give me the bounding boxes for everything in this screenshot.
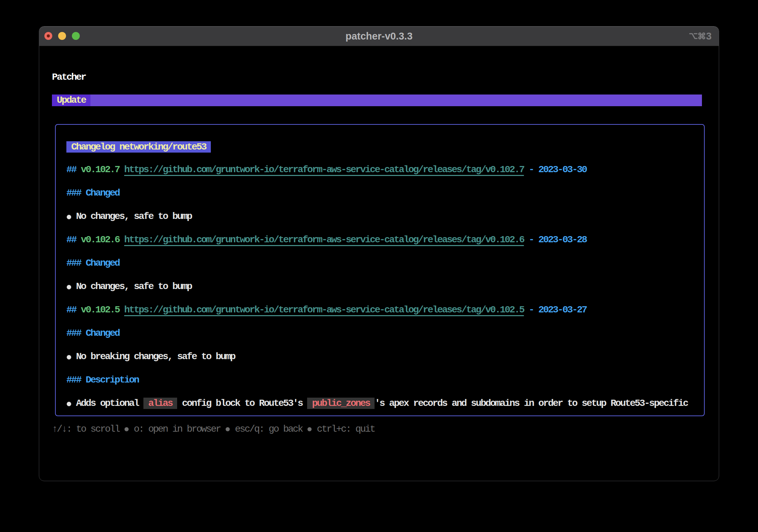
svg-text:3: 3: [706, 31, 712, 42]
